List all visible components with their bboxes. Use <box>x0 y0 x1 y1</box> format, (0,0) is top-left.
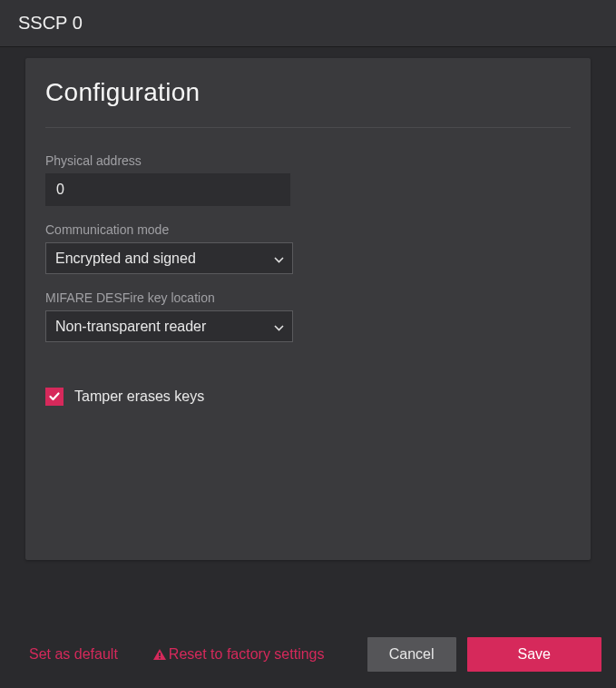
tamper-checkbox[interactable] <box>45 388 64 406</box>
warning-icon <box>152 648 167 661</box>
panel-title: Configuration <box>45 78 571 128</box>
dialog-footer: Set as default Reset to factory settings… <box>0 623 616 688</box>
physical-address-label: Physical address <box>45 153 571 168</box>
dialog-header: SSCP 0 <box>0 0 616 47</box>
svg-rect-0 <box>159 653 161 656</box>
tamper-label: Tamper erases keys <box>74 388 204 405</box>
tamper-checkbox-row: Tamper erases keys <box>45 388 571 406</box>
key-location-field: MIFARE DESFire key location Non-transpar… <box>45 290 571 342</box>
configuration-panel: Configuration Physical address Communica… <box>25 58 591 560</box>
cancel-button[interactable]: Cancel <box>367 637 456 672</box>
communication-mode-select[interactable]: Encrypted and signed <box>45 242 293 274</box>
physical-address-input[interactable] <box>45 173 290 206</box>
key-location-label: MIFARE DESFire key location <box>45 290 571 305</box>
key-location-select[interactable]: Non-transparent reader <box>45 310 293 342</box>
reset-factory-link[interactable]: Reset to factory settings <box>152 646 325 663</box>
check-icon <box>48 390 61 403</box>
communication-mode-field: Communication mode Encrypted and signed <box>45 222 571 274</box>
dialog-title: SSCP 0 <box>18 13 83 33</box>
communication-mode-label: Communication mode <box>45 222 571 237</box>
set-default-link[interactable]: Set as default <box>29 646 118 663</box>
save-button[interactable]: Save <box>467 637 601 672</box>
content-area: Configuration Physical address Communica… <box>0 47 616 560</box>
physical-address-field: Physical address <box>45 153 571 206</box>
reset-factory-label: Reset to factory settings <box>169 646 325 663</box>
svg-rect-1 <box>159 657 161 659</box>
